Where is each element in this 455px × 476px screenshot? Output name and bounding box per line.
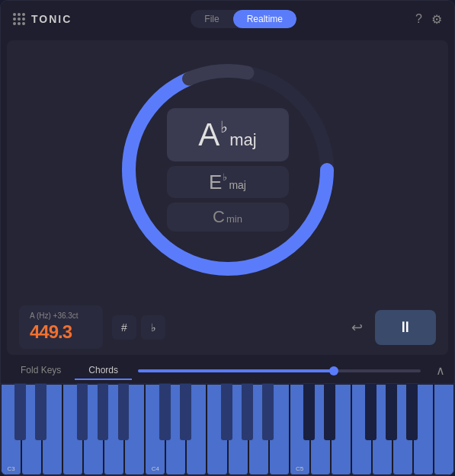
black-key[interactable]	[98, 384, 109, 440]
secondary-chord-root: E♭	[209, 172, 227, 192]
primary-chord-card[interactable]: A♭ maj	[167, 108, 289, 161]
secondary-chord-quality: maj	[229, 179, 246, 191]
black-key[interactable]	[77, 384, 88, 440]
logo-dot	[13, 13, 16, 16]
tertiary-chord-root: C	[213, 209, 225, 225]
freq-value: 449.3	[30, 321, 92, 343]
logo-dot	[18, 13, 21, 16]
black-key[interactable]	[221, 384, 232, 440]
black-key[interactable]	[262, 384, 274, 440]
logo-dot	[22, 13, 25, 16]
pause-button[interactable]: ⏸	[375, 310, 436, 345]
title-right: ? ⚙	[415, 12, 442, 27]
chord-cards: A♭ maj E♭ maj C min	[167, 108, 289, 232]
pause-icon: ⏸	[398, 318, 413, 336]
logo-dot	[13, 22, 16, 25]
logo-dot	[22, 22, 25, 25]
piano-section: Fold Keys Chords ∧ C3C4C5	[1, 358, 454, 475]
black-key[interactable]	[180, 384, 191, 440]
tertiary-chord-card[interactable]: C min	[167, 203, 289, 232]
black-key[interactable]	[14, 384, 26, 440]
logo-dot	[13, 18, 16, 21]
primary-chord-root: A♭	[198, 119, 228, 151]
piano-tabs-row: Fold Keys Chords ∧	[1, 358, 454, 384]
undo-button[interactable]: ↩	[351, 319, 363, 336]
realtime-tab[interactable]: Realtime	[233, 10, 296, 28]
freq-label: A (Hz) +36.3ct	[30, 311, 92, 320]
key-label: C3	[7, 465, 14, 472]
white-key[interactable]	[434, 384, 454, 475]
chords-tab[interactable]: Chords	[75, 362, 132, 380]
ring-container: A♭ maj E♭ maj C min	[114, 56, 342, 284]
primary-chord-quality: maj	[229, 130, 256, 150]
settings-button[interactable]: ⚙	[431, 12, 442, 27]
flat-button[interactable]: ♭	[141, 315, 165, 340]
black-key[interactable]	[365, 384, 376, 440]
black-key[interactable]	[118, 384, 130, 440]
accidental-buttons: # ♭	[112, 315, 165, 340]
app-window: TONIC File Realtime ? ⚙	[0, 0, 455, 476]
black-key[interactable]	[242, 384, 253, 440]
black-key[interactable]	[324, 384, 335, 440]
piano-range-slider[interactable]	[138, 369, 421, 372]
main-content: A♭ maj E♭ maj C min	[7, 40, 448, 355]
fold-keys-tab[interactable]: Fold Keys	[7, 362, 75, 380]
sharp-button[interactable]: #	[112, 315, 136, 340]
circle-area: A♭ maj E♭ maj C min	[7, 40, 448, 299]
black-key[interactable]	[35, 384, 46, 440]
frequency-display: A (Hz) +36.3ct 449.3	[19, 305, 103, 349]
help-button[interactable]: ?	[415, 12, 422, 26]
key-label: C4	[152, 465, 159, 472]
key-label: C5	[296, 465, 303, 472]
tab-switcher: File Realtime	[191, 10, 296, 28]
app-title: TONIC	[31, 13, 72, 25]
black-key[interactable]	[303, 384, 315, 440]
collapse-button[interactable]: ∧	[433, 363, 448, 378]
piano-keyboard: C3C4C5	[1, 384, 454, 475]
black-key[interactable]	[386, 384, 397, 440]
logo-dot	[18, 18, 21, 21]
logo-dots	[13, 13, 25, 25]
file-tab[interactable]: File	[191, 10, 232, 28]
piano-slider-area	[132, 369, 433, 372]
title-bar: TONIC File Realtime ? ⚙	[1, 1, 454, 37]
black-key[interactable]	[406, 384, 418, 440]
black-key[interactable]	[159, 384, 171, 440]
logo-dot	[18, 22, 21, 25]
logo-dot	[22, 18, 25, 21]
bottom-controls: A (Hz) +36.3ct 449.3 # ♭ ↩ ⏸	[7, 299, 448, 355]
title-left: TONIC	[13, 13, 72, 25]
tertiary-chord-quality: min	[226, 213, 242, 225]
secondary-chord-card[interactable]: E♭ maj	[167, 166, 289, 198]
